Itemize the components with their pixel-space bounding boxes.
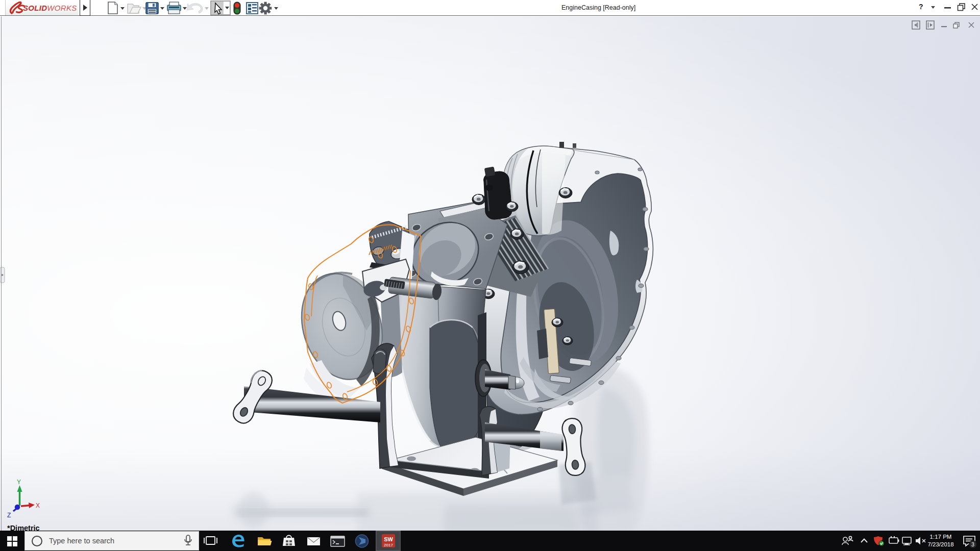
- svg-text:SW: SW: [384, 536, 393, 542]
- svg-text:2017: 2017: [384, 543, 393, 547]
- svg-text:Z: Z: [7, 512, 11, 519]
- svg-text:Y: Y: [17, 479, 21, 486]
- svg-text:3: 3: [971, 541, 974, 547]
- svg-text:X: X: [36, 502, 40, 509]
